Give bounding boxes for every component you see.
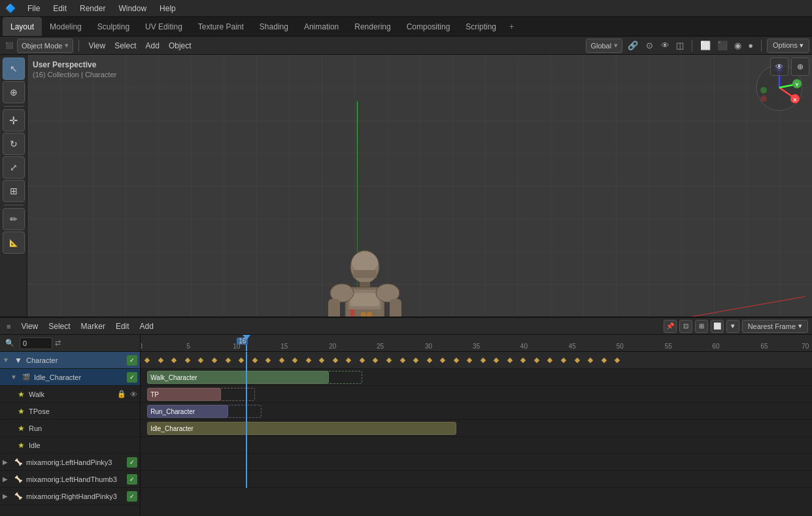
tool-separator-2 (4, 205, 24, 205)
track-expand-rhpinky3[interactable]: ▶ (3, 492, 10, 500)
kf-dot-9 (252, 357, 257, 362)
track-idle-character[interactable]: ▼ 🎬 Idle_Character ✓ (0, 369, 140, 386)
strip-tp[interactable]: TP (147, 388, 221, 401)
track-label-character: Character (26, 356, 124, 364)
tab-texture-paint[interactable]: Texture Paint (190, 17, 252, 36)
frame-number-input[interactable] (20, 337, 52, 349)
separator-3 (761, 40, 762, 52)
kf-dot-14 (319, 357, 324, 362)
eye-overlay-btn[interactable]: 👁 (770, 58, 788, 76)
filter-icon[interactable]: ⬜ (711, 320, 724, 333)
viewport-add-menu[interactable]: Add (142, 40, 163, 52)
track-idle[interactable]: ★ Idle (0, 437, 140, 454)
track-expand-character[interactable]: ▼ (3, 356, 10, 364)
viewport-select-menu[interactable]: Select (110, 40, 140, 52)
tab-uv-editing[interactable]: UV Editing (137, 17, 190, 36)
global-select[interactable]: Global ▾ (586, 39, 622, 53)
track-icon-idle: ★ (16, 441, 26, 450)
frame-arrow[interactable]: ⇄ (55, 339, 61, 347)
track-check-idle-character[interactable]: ✓ (127, 372, 137, 383)
filter-funnel-icon[interactable]: ▼ (726, 320, 739, 333)
menu-edit[interactable]: Edit (49, 3, 71, 14)
kf-dot-1 (144, 357, 150, 362)
rotate-tool-button[interactable]: ↻ (3, 133, 25, 155)
proportional-icon[interactable]: ⊙ (643, 39, 656, 53)
rendered-mode[interactable]: ● (745, 39, 756, 53)
track-walk[interactable]: ★ Walk 🔒 👁 (0, 386, 140, 403)
tab-sculpting[interactable]: Sculpting (90, 17, 137, 36)
material-mode[interactable]: ◉ (732, 39, 744, 53)
pin-icon[interactable]: 📌 (664, 320, 677, 333)
measure-tool-button[interactable]: 📐 (3, 232, 25, 254)
timeline-marker-menu[interactable]: Marker (78, 320, 108, 332)
track-expand-lhpinky3[interactable]: ▶ (3, 458, 10, 466)
object-mode-select[interactable]: Object Mode ▾ (17, 39, 73, 53)
track-check-character[interactable]: ✓ (127, 355, 137, 366)
eye-track-icon[interactable]: 👁 (130, 390, 137, 398)
snap-icon[interactable]: 🔗 (625, 39, 641, 53)
nearest-frame-select[interactable]: Nearest Frame ▾ (742, 320, 808, 333)
kf-dot-12 (292, 357, 297, 362)
strip-walk-extension (329, 371, 362, 384)
timeline-select-menu[interactable]: Select (46, 320, 73, 332)
wireframe-mode[interactable]: ⬜ (698, 39, 713, 53)
track-check-rhpinky3[interactable]: ✓ (127, 491, 137, 502)
kf-dot-31 (547, 357, 552, 362)
tab-rendering[interactable]: Rendering (347, 17, 398, 36)
track-icon-lhpinky3: 🦴 (13, 458, 24, 466)
kf-dot-32 (561, 357, 566, 362)
tab-layout[interactable]: Layout (3, 17, 42, 36)
transform-tool-button[interactable]: ⊞ (3, 180, 25, 202)
track-run[interactable]: ★ Run (0, 420, 140, 437)
menu-window[interactable]: Window (114, 3, 150, 14)
svg-text:X: X (793, 97, 797, 103)
solid-mode[interactable]: ⬛ (715, 39, 730, 53)
track-expand-idle-character[interactable]: ▼ (10, 373, 18, 381)
timeline-area[interactable]: 0 5 10 15 20 25 30 35 40 45 50 55 60 65 … (141, 335, 812, 516)
overlay-icon[interactable]: 👁 (658, 39, 672, 53)
track-icon-run: ★ (16, 424, 26, 433)
header-icon[interactable]: ⬛ (3, 39, 16, 53)
frame-range-icon[interactable]: ⊡ (679, 320, 692, 333)
timeline-view-menu[interactable]: View (18, 320, 41, 332)
track-label-idle-character: Idle_Character (34, 373, 124, 381)
track-lhpinky3[interactable]: ▶ 🦴 mixamorig:LeftHandPinky3 ✓ (0, 454, 140, 471)
track-check-lhpinky3[interactable]: ✓ (127, 457, 137, 468)
playhead[interactable]: 16 (246, 335, 247, 351)
add-workspace-button[interactable]: + (504, 20, 519, 34)
sync-icon[interactable]: ⊞ (695, 320, 708, 333)
scale-tool-button[interactable]: ⤢ (3, 156, 25, 179)
track-character[interactable]: ▼ ▼ Character ✓ (0, 352, 140, 369)
menu-render[interactable]: Render (76, 3, 109, 14)
menu-file[interactable]: File (24, 3, 44, 14)
tab-shading[interactable]: Shading (252, 17, 296, 36)
track-label-run: Run (29, 424, 137, 432)
timeline-header-icon[interactable]: ≡ (4, 319, 13, 334)
tab-compositing[interactable]: Compositing (399, 17, 458, 36)
select-tool-button[interactable]: ↖ (3, 58, 25, 80)
strip-run-character[interactable]: Run_Character (147, 405, 228, 418)
tab-animation[interactable]: Animation (296, 17, 347, 36)
timeline-edit-menu[interactable]: Edit (113, 320, 132, 332)
ruler-5: 5 (186, 343, 190, 350)
move-tool-button[interactable]: ✛ (3, 109, 25, 131)
tab-scripting[interactable]: Scripting (458, 17, 504, 36)
tab-modeling[interactable]: Modeling (42, 17, 90, 36)
viewport-view-menu[interactable]: View (84, 40, 109, 52)
search-icon[interactable]: 🔍 (3, 336, 17, 351)
strip-walk-character[interactable]: Walk_Character (147, 371, 328, 384)
options-button[interactable]: Options ▾ (767, 39, 809, 53)
timeline-add-menu[interactable]: Add (137, 320, 156, 332)
track-lhthumb3[interactable]: ▶ 🦴 mixamorig:LeftHandThumb3 ✓ (0, 471, 140, 488)
track-tpose[interactable]: ★ TPose (0, 403, 140, 420)
track-expand-lhthumb3[interactable]: ▶ (3, 475, 10, 483)
strip-idle-character[interactable]: Idle_Character (147, 422, 456, 435)
annotate-tool-button[interactable]: ✏ (3, 208, 25, 230)
cursor-tool-button[interactable]: ⊕ (3, 81, 25, 103)
xray-icon[interactable]: ◫ (673, 39, 686, 53)
menu-help[interactable]: Help (156, 3, 180, 14)
track-rhpinky3[interactable]: ▶ 🦴 mixamorig:RightHandPinky3 ✓ (0, 488, 140, 505)
viewport-object-menu[interactable]: Object (165, 40, 195, 52)
gizmo-overlay-btn[interactable]: ⊕ (791, 58, 809, 76)
track-check-lhthumb3[interactable]: ✓ (127, 474, 137, 485)
